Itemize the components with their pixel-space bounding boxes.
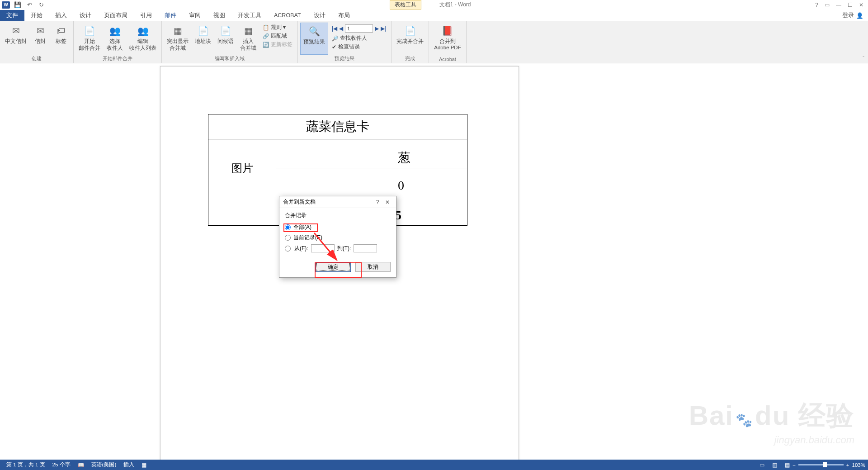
greeting-line-button[interactable]: 📄问候语 <box>215 23 236 55</box>
tab-developer[interactable]: 开发工具 <box>231 10 268 21</box>
envelope-button[interactable]: ✉信封 <box>30 23 50 55</box>
radio-current[interactable] <box>285 235 291 241</box>
tab-mailings[interactable]: 邮件 <box>158 10 183 21</box>
macro-icon[interactable]: ▦ <box>138 462 150 468</box>
update-labels-button: 🔄更新标签 <box>262 41 293 48</box>
to-input[interactable] <box>354 244 377 252</box>
baidu-watermark: Bai🐾du 经验 jingyan.baidu.com <box>689 398 854 446</box>
save-icon[interactable]: 💾 <box>14 1 22 9</box>
group-acrobat: 📕合并到 Adobe PDF Acrobat <box>429 21 466 63</box>
ribbon-options-icon[interactable]: ▭ <box>825 2 830 8</box>
document-area[interactable]: 蔬菜信息卡 图片 葱 0 25 合并到新文档 ? ✕ 合并记录 全部(A) 当前… <box>0 63 868 460</box>
radio-range-row[interactable]: 从(F): 到(T): <box>285 243 391 254</box>
tab-review[interactable]: 审阅 <box>183 10 207 21</box>
envelope-icon: ✉ <box>33 24 47 38</box>
word-count[interactable]: 25 个字 <box>49 461 74 468</box>
group-label-finish: 完成 <box>405 55 415 62</box>
tab-references[interactable]: 引用 <box>134 10 158 21</box>
group-label-create: 创建 <box>32 55 42 62</box>
status-bar: 第 1 页，共 1 页 25 个字 📖 英语(美国) 插入 ▦ ▭ ▥ ▤ − … <box>0 460 868 470</box>
match-fields-button[interactable]: 🔗匹配域 <box>262 32 293 40</box>
rules-button[interactable]: 📋规则 ▾ <box>262 24 293 31</box>
image-label-cell[interactable]: 图片 <box>208 139 276 197</box>
dialog-help-icon[interactable]: ? <box>373 199 382 205</box>
data-cell-1[interactable] <box>276 139 467 168</box>
merge-records-label: 合并记录 <box>285 212 391 219</box>
dialog-close-icon[interactable]: ✕ <box>382 199 392 205</box>
group-create: ✉中文信封 ✉信封 🏷标签 创建 <box>0 21 74 63</box>
tab-table-layout[interactable]: 布局 <box>332 10 356 21</box>
radio-all-row[interactable]: 全部(A) <box>285 222 391 233</box>
start-mail-merge-button[interactable]: 📄开始 邮件合并 <box>76 23 103 55</box>
tab-file[interactable]: 文件 <box>0 10 24 21</box>
first-record-icon[interactable]: |◀ <box>332 25 337 32</box>
maximize-icon[interactable]: ☐ <box>848 2 853 8</box>
group-preview: 🔍预览结果 |◀ ◀ ▶ ▶| 🔎查找收件人 ✔检查错误 预览结果 <box>298 21 392 63</box>
data-cell-2[interactable] <box>276 168 467 197</box>
check-errors-button[interactable]: ✔检查错误 <box>331 43 387 51</box>
highlight-icon: ▦ <box>170 24 185 38</box>
tab-page-layout[interactable]: 页面布局 <box>98 10 134 21</box>
help-icon[interactable]: ? <box>815 2 818 8</box>
close-icon[interactable]: ✕ <box>859 2 863 8</box>
zoom-level[interactable]: 103% <box>852 462 865 468</box>
group-label-start-merge: 开始邮件合并 <box>103 55 132 62</box>
preview-results-button[interactable]: 🔍预览结果 <box>300 23 328 55</box>
read-mode-icon[interactable]: ▭ <box>756 461 767 469</box>
find-recipient-button[interactable]: 🔎查找收件人 <box>331 34 387 42</box>
group-label-acrobat: Acrobat <box>439 56 456 62</box>
zoom-slider[interactable] <box>798 464 844 465</box>
cancel-button[interactable]: 取消 <box>355 262 391 272</box>
insert-merge-field-button[interactable]: ▦插入 合并域 <box>237 23 259 55</box>
from-input[interactable] <box>311 244 335 252</box>
data-cell-3[interactable] <box>208 197 276 226</box>
undo-icon[interactable]: ↶ <box>25 1 33 9</box>
tab-insert[interactable]: 插入 <box>49 10 73 21</box>
partial-text-1: 葱 <box>398 149 410 166</box>
redo-icon[interactable]: ↻ <box>37 1 45 9</box>
ribbon: ✉中文信封 ✉信封 🏷标签 创建 📄开始 邮件合并 👥选择 收件人 👥编辑 收件… <box>0 21 868 63</box>
highlight-merge-button[interactable]: ▦突出显示 合并域 <box>164 23 191 55</box>
label-icon: 🏷 <box>54 24 68 38</box>
group-label-write-insert: 编写和插入域 <box>215 55 245 62</box>
table-tools-context-tab: 表格工具 <box>390 0 421 9</box>
edit-list-icon: 👥 <box>136 24 150 38</box>
tab-table-design[interactable]: 设计 <box>307 10 332 21</box>
radio-all[interactable] <box>285 224 291 230</box>
merge-to-pdf-button[interactable]: 📕合并到 Adobe PDF <box>431 23 463 56</box>
tab-home[interactable]: 开始 <box>24 10 49 21</box>
page-indicator[interactable]: 第 1 页，共 1 页 <box>3 461 49 468</box>
print-layout-icon[interactable]: ▥ <box>769 461 780 469</box>
insert-mode[interactable]: 插入 <box>120 461 138 468</box>
spellcheck-icon[interactable]: 📖 <box>74 462 88 468</box>
collapse-ribbon-icon[interactable]: ˇ <box>863 56 864 61</box>
labels-button[interactable]: 🏷标签 <box>51 23 71 55</box>
tab-acrobat[interactable]: ACROBAT <box>268 10 307 20</box>
sign-in[interactable]: 登录👤 <box>838 10 868 21</box>
edit-recipients-button[interactable]: 👥编辑 收件人列表 <box>127 23 159 55</box>
tab-view[interactable]: 视图 <box>207 10 231 21</box>
quick-access-toolbar: W 💾 ↶ ↻ <box>0 1 45 9</box>
ok-button[interactable]: 确定 <box>316 262 351 272</box>
finish-merge-button[interactable]: 📄完成并合并 <box>394 23 426 55</box>
address-block-button[interactable]: 📄地址块 <box>192 23 214 55</box>
record-navigation: |◀ ◀ ▶ ▶| <box>331 24 387 33</box>
web-layout-icon[interactable]: ▤ <box>782 461 793 469</box>
chinese-envelope-button[interactable]: ✉中文信封 <box>2 23 29 55</box>
zoom-in-icon[interactable]: + <box>846 462 849 468</box>
title-bar: W 💾 ↶ ↻ 表格工具 文档1 - Word ? ▭ — ☐ ✕ <box>0 0 868 10</box>
dialog-titlebar[interactable]: 合并到新文档 ? ✕ <box>279 196 396 208</box>
word-app-icon: W <box>2 1 10 9</box>
record-number-input[interactable] <box>345 24 373 33</box>
minimize-icon[interactable]: — <box>836 2 841 8</box>
radio-from[interactable] <box>285 246 291 252</box>
prev-record-icon[interactable]: ◀ <box>339 25 343 32</box>
zoom-out-icon[interactable]: − <box>793 462 796 468</box>
table-title-cell[interactable]: 蔬菜信息卡 <box>208 114 467 139</box>
last-record-icon[interactable]: ▶| <box>381 25 386 32</box>
language-indicator[interactable]: 英语(美国) <box>88 461 120 468</box>
select-recipients-button[interactable]: 👥选择 收件人 <box>104 23 126 55</box>
radio-current-row[interactable]: 当前记录(E) <box>285 233 391 243</box>
next-record-icon[interactable]: ▶ <box>375 25 379 32</box>
tab-design[interactable]: 设计 <box>73 10 98 21</box>
